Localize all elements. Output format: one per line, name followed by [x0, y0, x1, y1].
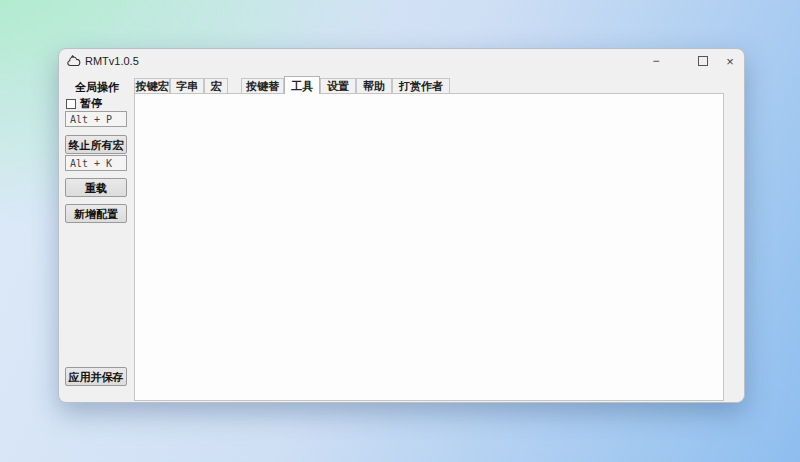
tab-donate[interactable]: 打赏作者 — [392, 78, 450, 93]
reload-button[interactable]: 重载 — [65, 178, 127, 197]
titlebar: RMTv1.0.5 − × — [59, 49, 744, 75]
window-title: RMTv1.0.5 — [85, 55, 139, 67]
app-icon — [67, 55, 81, 67]
pause-label: 暂停 — [80, 96, 102, 111]
pause-checkbox[interactable]: 暂停 — [66, 96, 102, 111]
stop-all-macros-button[interactable]: 终止所有宏 — [65, 135, 127, 154]
sidebar-title: 全局操作 — [63, 80, 131, 95]
tab-tools[interactable]: 工具 — [284, 76, 320, 94]
tab-settings[interactable]: 设置 — [320, 78, 356, 93]
app-window: RMTv1.0.5 − × 全局操作 暂停 Alt + P 终止所有宏 Alt … — [58, 48, 745, 403]
minimize-button[interactable]: − — [642, 49, 670, 74]
new-config-button[interactable]: 新增配置 — [65, 204, 127, 223]
tools-tab-panel — [134, 93, 724, 401]
pause-checkbox-box[interactable] — [66, 99, 76, 109]
maximize-icon — [698, 56, 708, 66]
tab-string-macro[interactable]: 字串宏 — [170, 78, 204, 93]
pause-hotkey-field[interactable]: Alt + P — [65, 111, 127, 127]
close-button[interactable]: × — [716, 49, 744, 74]
tab-help[interactable]: 帮助 — [356, 78, 392, 93]
tab-keyboard-macro[interactable]: 按键宏 — [134, 78, 170, 93]
maximize-button[interactable] — [689, 49, 717, 74]
tab-key-remap[interactable]: 按键替换 — [241, 78, 284, 93]
stop-all-hotkey-field[interactable]: Alt + K — [65, 155, 127, 171]
tab-macro[interactable]: 宏 — [204, 78, 228, 93]
apply-save-button[interactable]: 应用并保存 — [65, 367, 127, 386]
